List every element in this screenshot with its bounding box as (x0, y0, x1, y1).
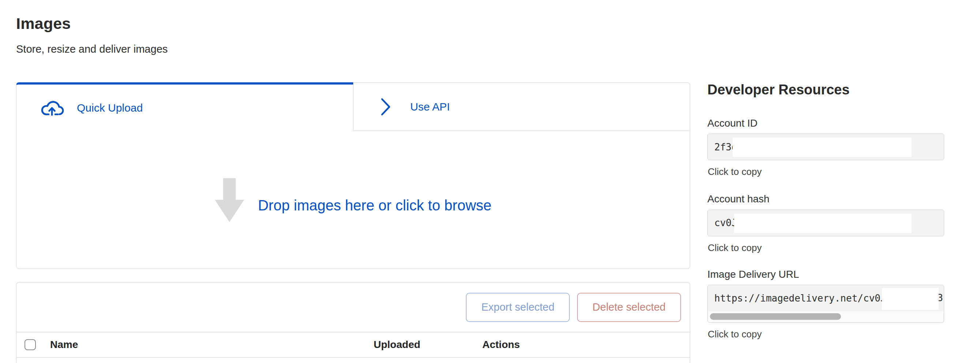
chevron-right-icon (380, 98, 391, 116)
account-hash-field[interactable]: cv0J (707, 210, 944, 236)
column-header-actions: Actions (482, 339, 520, 350)
developer-resources-title: Developer Resources (707, 82, 944, 98)
account-hash-label: Account hash (707, 193, 944, 205)
column-header-uploaded: Uploaded (374, 339, 420, 350)
column-header-name: Name (50, 339, 78, 350)
image-delivery-url-label: Image Delivery URL (707, 268, 944, 281)
url-scrollbar-track (708, 311, 943, 322)
dropzone[interactable]: Drop images here or click to browse (16, 131, 690, 269)
image-delivery-url-value: https://imagedelivery.net/cv0JS (714, 293, 892, 304)
tab-quick-upload[interactable]: Quick Upload (16, 82, 353, 131)
export-selected-button[interactable]: Export selected (466, 293, 570, 322)
url-scrollbar-thumb[interactable] (710, 313, 841, 320)
arrow-down-icon (215, 178, 244, 224)
page-title: Images (16, 14, 71, 33)
cloud-upload-icon (40, 99, 64, 117)
image-delivery-url-text-row: https://imagedelivery.net/cv0JS 3 (708, 285, 944, 311)
delete-selected-button[interactable]: Delete selected (577, 293, 681, 322)
table-header-row: Name Uploaded Actions (16, 332, 690, 358)
tab-use-api[interactable]: Use API (353, 82, 690, 131)
image-delivery-url-field[interactable]: https://imagedelivery.net/cv0JS 3 (707, 285, 944, 323)
redaction-overlay (734, 214, 912, 233)
select-all-checkbox[interactable] (24, 339, 36, 350)
images-table-card: Export selected Delete selected Name Upl… (16, 282, 690, 363)
redaction-overlay (733, 138, 912, 157)
tab-quick-upload-label: Quick Upload (77, 102, 143, 114)
redaction-overlay (882, 288, 939, 310)
account-id-copy-hint: Click to copy (708, 166, 944, 177)
developer-resources-panel: Developer Resources Account ID 2f3d Clic… (707, 82, 944, 340)
account-hash-copy-hint: Click to copy (708, 242, 944, 253)
account-id-field[interactable]: 2f3d (707, 134, 944, 160)
tabs-row: Quick Upload Use API (16, 82, 690, 131)
page-subtitle: Store, resize and deliver images (16, 43, 168, 55)
upload-panel: Quick Upload Use API Drop images here or… (16, 82, 690, 269)
table-toolbar: Export selected Delete selected (16, 282, 690, 332)
image-delivery-url-copy-hint: Click to copy (708, 329, 944, 340)
dropzone-label: Drop images here or click to browse (258, 197, 492, 214)
account-id-label: Account ID (707, 117, 944, 129)
tab-use-api-label: Use API (410, 100, 450, 113)
